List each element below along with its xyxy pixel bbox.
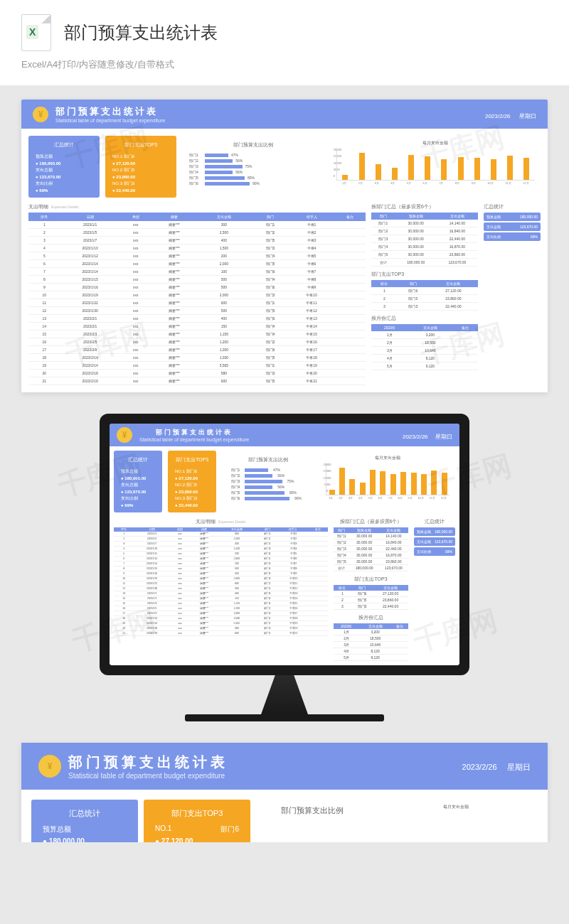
- table-cell: 1: [371, 287, 398, 295]
- summary-item: 预算总额180,000.00: [484, 213, 541, 221]
- table-cell: 600: [197, 377, 252, 385]
- table-cell: 摘要***: [151, 338, 196, 346]
- table-cell: [334, 377, 366, 385]
- table-cell: 14: [114, 596, 134, 601]
- dept-bar-row: 部门256%: [229, 473, 307, 478]
- table-cell: 10,640: [360, 642, 391, 648]
- x-label: 5月: [407, 181, 411, 185]
- table-cell: 2023/1/1: [60, 221, 120, 229]
- table-cell: [334, 331, 366, 338]
- x-label: 2月: [358, 181, 363, 185]
- chart-bar: [329, 490, 335, 495]
- table-cell: [307, 631, 328, 636]
- table-row: 5月9,120: [334, 655, 408, 661]
- table-cell: 干将7: [280, 562, 308, 566]
- table-cell: 部门4: [251, 252, 289, 260]
- table-cell: 摘要***: [190, 596, 218, 601]
- x-label: 3月: [349, 496, 353, 500]
- sheet-header: 部门预算支出统计表 Statistical table of departmen…: [21, 100, 548, 129]
- table-row: 12023/1/1xxx摘要***300部门1干将1: [28, 221, 366, 229]
- sheet-weekday: 星期日: [519, 113, 536, 119]
- sheet-date: 2023/2/26: [403, 434, 428, 440]
- table-cell: xxx: [120, 346, 152, 354]
- table-cell: 17: [114, 611, 134, 616]
- table-cell: 干将19: [280, 621, 308, 626]
- table-cell: 部门5: [255, 542, 279, 547]
- chart-bar: [342, 175, 348, 180]
- table-cell: 干将2: [280, 537, 308, 542]
- monthly-chart-panel: 每月支出金额: [374, 800, 538, 842]
- table-cell: 干将16: [289, 338, 334, 346]
- table-header: 排名: [371, 280, 398, 287]
- table-cell: 部门4: [255, 601, 279, 606]
- table-cell: 2,500: [197, 229, 252, 237]
- table-cell: 摘要***: [190, 591, 218, 596]
- rank-title: 部门支出TOP3: [334, 576, 408, 583]
- table-cell: 2月: [334, 635, 360, 642]
- table-cell: 干将21: [289, 377, 334, 385]
- table-row: 82023/1/15xxx摘要***500部门4干将8: [114, 566, 328, 571]
- table-cell: 摘要***: [190, 616, 218, 621]
- table-cell: [334, 276, 366, 284]
- top3-item: NO.2 部门5: [172, 481, 212, 489]
- table-header: 部门: [371, 213, 395, 220]
- table-cell: 干将3: [289, 237, 334, 245]
- table-cell: 部门5: [255, 631, 279, 636]
- table-cell: 3月: [371, 347, 408, 355]
- table-cell: 9: [114, 571, 134, 576]
- table-cell: 13: [114, 591, 134, 596]
- spreadsheet-preview: 千库网 千库网 千库网 千库网 部门预算支出统计表 Statistical ta…: [21, 100, 548, 392]
- table-cell: 部门1: [255, 621, 279, 626]
- table-cell: [307, 547, 328, 552]
- table-cell: 摘要***: [151, 268, 196, 276]
- sheet-title: 部门预算支出统计表: [68, 753, 228, 772]
- table-cell: 2023/1/7: [60, 237, 120, 245]
- dept-bar: [205, 176, 245, 180]
- chart-bar: [441, 159, 447, 180]
- table-cell: 干将15: [289, 331, 334, 338]
- table-cell: 2023/2/18: [60, 370, 120, 377]
- table-cell: 30,000.00: [395, 227, 437, 235]
- table-row: 22023/1/5xxx摘要***2,500部门2干将2: [28, 229, 366, 237]
- table-header: 类型: [120, 213, 152, 221]
- x-label: 1月: [329, 496, 333, 500]
- dept-ratio-panel: 部门预算支出比例: [256, 800, 368, 842]
- summary-item: 支出比例69%: [414, 547, 455, 556]
- table-cell: 16,840.00: [379, 539, 408, 546]
- table-cell: [307, 621, 328, 626]
- sheet-weekday: 星期日: [507, 763, 531, 771]
- table-cell: xxx: [120, 237, 152, 245]
- x-label: 11月: [505, 181, 511, 185]
- table-header: 部门: [251, 213, 289, 221]
- table-cell: [307, 552, 328, 557]
- table-cell: 部门3: [371, 235, 395, 243]
- table-cell: 9: [28, 284, 60, 291]
- table-cell: 2023/2/14: [60, 354, 120, 362]
- table-cell: 部门4: [255, 596, 279, 601]
- summary-panel: 汇总统计预算总额● 180,000.00支出总额● 123,670.00支出比例…: [114, 451, 162, 512]
- table-cell: 部门5: [334, 559, 350, 565]
- table-cell: 2023/2/18: [134, 626, 169, 631]
- table-cell: 100: [197, 268, 252, 276]
- table-cell: 部门2: [371, 227, 395, 235]
- chart-bar: [380, 471, 385, 495]
- summary-item: 预算总额180,000.00: [414, 527, 455, 536]
- table-cell: xxx: [170, 566, 190, 571]
- table-cell: 部门2: [255, 537, 279, 542]
- x-label: 10月: [487, 181, 493, 185]
- table-cell: 摘要***: [151, 331, 196, 338]
- table-cell: 2023/2/1: [60, 323, 120, 331]
- table-cell: 30,000.00: [395, 220, 437, 227]
- sheet-header: 部门预算支出统计表 Statistical table of departmen…: [110, 424, 459, 446]
- table-cell: 部门1: [251, 221, 289, 229]
- table-row: 132023/2/1xxx摘要***400部门6干将13: [28, 315, 366, 323]
- table-cell: 部门4: [371, 243, 395, 251]
- chart-bar: [431, 471, 437, 495]
- table-cell: 部门3: [255, 626, 279, 631]
- table-cell: 部门3: [255, 547, 279, 552]
- table-row: 202023/2/18xxx摘要***580部门3干将20: [114, 626, 328, 631]
- table-cell: 摘要***: [151, 323, 196, 331]
- chart-bar: [390, 474, 396, 495]
- table-cell: 22,440.00: [379, 546, 408, 552]
- table-cell: 部门6: [255, 571, 279, 576]
